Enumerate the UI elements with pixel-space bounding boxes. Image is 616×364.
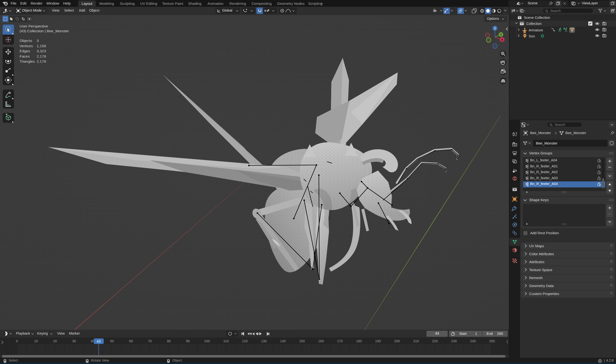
svg-text:240: 240 (470, 339, 476, 343)
svg-text:150: 150 (299, 339, 305, 343)
svg-text:140: 140 (280, 339, 286, 343)
svg-text:60: 60 (129, 339, 133, 343)
svg-text:Y: Y (500, 33, 502, 36)
svg-text:210: 210 (413, 339, 419, 343)
svg-text:Z: Z (494, 27, 496, 30)
svg-text:130: 130 (261, 339, 267, 343)
svg-text:200: 200 (394, 339, 400, 343)
svg-text:250: 250 (489, 339, 495, 343)
svg-text:Bn_R_feeler_A03: Bn_R_feeler_A03 (530, 176, 558, 180)
svg-text:50: 50 (110, 339, 114, 343)
svg-text:Bn_R_feeler_A01: Bn_R_feeler_A01 (530, 164, 558, 168)
svg-text:Bn_R_feeler_A04: Bn_R_feeler_A04 (530, 182, 558, 186)
svg-text:110: 110 (223, 339, 229, 343)
svg-text:160: 160 (318, 339, 324, 343)
svg-text:X: X (501, 38, 503, 41)
svg-text:220: 220 (432, 339, 438, 343)
svg-text:30: 30 (72, 339, 76, 343)
svg-text:0: 0 (16, 339, 18, 343)
svg-text:Sun: Sun (529, 34, 535, 38)
svg-text:Scene Collection: Scene Collection (524, 16, 550, 20)
svg-text:180: 180 (356, 339, 362, 343)
svg-text:Bn_L_feeler_A04: Bn_L_feeler_A04 (530, 158, 557, 162)
svg-text:20: 20 (53, 339, 57, 343)
svg-text:Bn_R_feeler_A02: Bn_R_feeler_A02 (530, 170, 558, 174)
svg-text:170: 170 (337, 339, 343, 343)
svg-text:43: 43 (97, 339, 101, 343)
svg-text:80: 80 (167, 339, 171, 343)
svg-text:100: 100 (204, 339, 210, 343)
svg-text:230: 230 (451, 339, 457, 343)
svg-text:Armature: Armature (529, 28, 543, 32)
svg-text:Collection: Collection (526, 22, 542, 26)
svg-text:70: 70 (148, 339, 152, 343)
svg-text:90: 90 (186, 339, 190, 343)
svg-text:120: 120 (242, 339, 248, 343)
svg-text:10: 10 (34, 339, 38, 343)
svg-text:190: 190 (375, 339, 381, 343)
